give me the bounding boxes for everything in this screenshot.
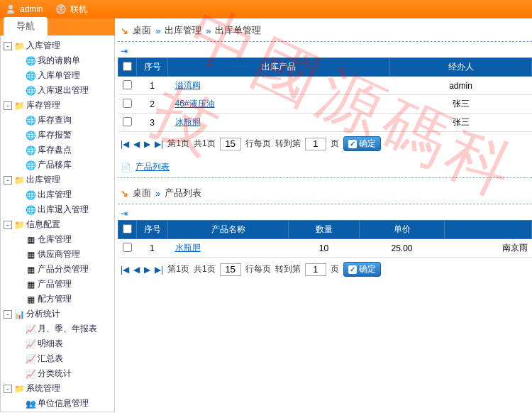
collapse-toggle[interactable]: ⇥ <box>118 207 532 220</box>
row-checkbox[interactable] <box>123 117 132 126</box>
grid-icon: ▦ <box>25 294 36 304</box>
bc-sep: » <box>155 26 160 36</box>
last-page-button[interactable]: ▶| <box>155 265 163 275</box>
col-no: 序号 <box>137 221 168 239</box>
first-page-button[interactable]: |◀ <box>121 265 129 275</box>
cell-no: 1 <box>137 77 168 95</box>
last-page-button[interactable]: ▶| <box>155 139 163 149</box>
confirm-button[interactable]: 确定 <box>343 136 381 151</box>
next-page-button[interactable]: ▶ <box>144 139 150 149</box>
tree-node[interactable]: 🌐我的请购单 <box>2 53 113 68</box>
tree-label: 配方管理 <box>38 293 72 305</box>
cell-price: 25.00 <box>360 239 445 258</box>
tree-node[interactable]: 🌐入库单管理 <box>2 68 113 83</box>
breadcrumb-arrow-icon: ↘ <box>121 188 128 199</box>
bc-sep: » <box>155 188 160 199</box>
expand-icon[interactable]: - <box>4 101 12 110</box>
expand-icon[interactable]: - <box>4 385 12 393</box>
tree-node[interactable]: -📁系统管理 <box>2 381 113 396</box>
tree-node[interactable]: ▦配方管理 <box>2 292 113 307</box>
doc-icon: 🌐 <box>25 190 36 200</box>
col-price: 单价 <box>360 221 445 239</box>
sidebar: -📁入库管理🌐我的请购单🌐入库单管理🌐入库退出管理-📁库存管理🌐库存查询🌐库存报… <box>0 35 115 412</box>
confirm-button[interactable]: 确定 <box>343 262 381 277</box>
nav-tab[interactable]: 导航 <box>4 17 48 35</box>
tree-node[interactable]: -📁库存管理 <box>2 98 113 113</box>
expand-icon[interactable]: - <box>4 221 12 229</box>
page-info: 第1页 <box>167 263 189 275</box>
tree-node[interactable]: 👥单位信息管理 <box>2 396 113 411</box>
tree-node[interactable]: ▦产品管理 <box>2 277 113 292</box>
row-checkbox[interactable] <box>123 80 132 89</box>
tree-node[interactable]: 📈明细表 <box>2 336 113 351</box>
tree-node[interactable]: -📊分析统计 <box>2 307 113 321</box>
select-all-checkbox[interactable] <box>123 62 132 71</box>
row-checkbox[interactable] <box>123 243 132 252</box>
cell-no: 2 <box>137 95 168 114</box>
expand-icon[interactable]: - <box>4 42 12 50</box>
list-icon: 📄 <box>121 163 131 172</box>
bc-item[interactable]: 桌面 <box>133 24 151 37</box>
tree-node[interactable]: 🌐出库退入管理 <box>2 202 113 217</box>
tree-node[interactable]: 🌐产品移库 <box>2 158 113 172</box>
subheading: 📄 产品列表 <box>118 155 532 175</box>
row-checkbox[interactable] <box>123 99 132 108</box>
bc-item[interactable]: 桌面 <box>133 187 151 199</box>
tree-node[interactable]: 🌐库存报警 <box>2 128 113 143</box>
user-icon <box>6 4 16 14</box>
rows-per-page-input[interactable] <box>220 138 241 150</box>
doc-icon: 🌐 <box>25 145 36 155</box>
cell-product-link[interactable]: 溢流阀 <box>168 77 390 95</box>
chart-icon: 📈 <box>25 324 36 334</box>
tree-node[interactable]: 📈分类统计 <box>2 366 113 381</box>
cell-handler: 张三 <box>390 95 532 114</box>
goto-page-input[interactable] <box>305 138 326 150</box>
bc-item[interactable]: 出库管理 <box>165 24 201 37</box>
tree-label: 单位信息管理 <box>38 397 89 409</box>
outbound-grid: 序号 出库产品 经办人 1溢流阀admin246#液压油张三3冰瓶胆张三 <box>118 57 532 132</box>
select-all-checkbox[interactable] <box>123 224 132 233</box>
tree-node[interactable]: 📈汇总表 <box>2 351 113 366</box>
sidebar-tabbar: 导航 <box>0 18 115 35</box>
cell-name-link[interactable]: 水瓶胆 <box>168 239 289 258</box>
collapse-toggle[interactable]: ⇥ <box>118 45 532 57</box>
tree-node[interactable]: -📁出库管理 <box>2 172 113 187</box>
product-list-link[interactable]: 产品列表 <box>135 161 170 173</box>
tree-label: 月、季、年报表 <box>38 323 97 335</box>
prev-page-button[interactable]: ◀ <box>133 139 140 149</box>
tree-label: 库存盘点 <box>38 144 72 156</box>
cell-no: 1 <box>137 239 168 258</box>
tree-label: 产品分类管理 <box>38 263 89 275</box>
tree-node[interactable]: 📈月、季、年报表 <box>2 321 113 336</box>
cell-product-link[interactable]: 冰瓶胆 <box>168 114 390 132</box>
bc-item[interactable]: 产品列表 <box>165 187 201 199</box>
users-icon: 👥 <box>25 399 36 409</box>
tree-label: 入库管理 <box>26 40 60 52</box>
expand-icon[interactable]: - <box>4 176 12 185</box>
goto-page-input[interactable] <box>305 263 326 276</box>
tree-label: 明细表 <box>38 338 63 350</box>
doc-icon: 🌐 <box>25 56 36 66</box>
tree-node[interactable]: 🌐入库退出管理 <box>2 83 113 98</box>
tree-node[interactable]: 🌐库存盘点 <box>2 143 113 158</box>
tree-node[interactable]: ▦产品分类管理 <box>2 262 113 277</box>
tree-node[interactable]: ▦仓库管理 <box>2 232 113 247</box>
tree-node[interactable]: -📁入库管理 <box>2 38 113 53</box>
tree-node[interactable]: 🌐出库管理 <box>2 187 113 202</box>
doc-icon: 🌐 <box>25 116 36 126</box>
nav-tree: -📁入库管理🌐我的请购单🌐入库单管理🌐入库退出管理-📁库存管理🌐库存查询🌐库存报… <box>1 35 114 412</box>
rows-per-page-input[interactable] <box>220 263 241 276</box>
tree-node[interactable]: -📁信息配置 <box>2 217 113 232</box>
tree-node[interactable]: 👥部门信息管理 <box>2 411 113 412</box>
first-page-button[interactable]: |◀ <box>121 139 129 149</box>
prev-page-button[interactable]: ◀ <box>133 265 140 275</box>
next-page-button[interactable]: ▶ <box>144 265 150 275</box>
expand-icon[interactable]: - <box>4 310 12 319</box>
cell-product-link[interactable]: 46#液压油 <box>168 95 390 114</box>
tree-node[interactable]: 🌐库存查询 <box>2 113 113 128</box>
bc-item[interactable]: 出库单管理 <box>215 24 261 37</box>
tree-node[interactable]: ▦供应商管理 <box>2 247 113 262</box>
table-row: 1水瓶胆1025.00南京雨 <box>118 239 532 258</box>
col-product: 出库产品 <box>168 58 390 77</box>
grid-icon: ▦ <box>25 280 36 290</box>
